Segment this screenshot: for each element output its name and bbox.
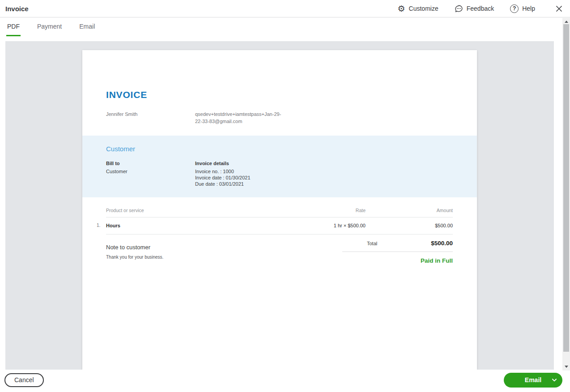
scrollbar-thumb[interactable] bbox=[563, 24, 569, 352]
note-to-customer-text: Thank you for your business. bbox=[106, 255, 342, 260]
invoice-number-line: Invoice no. : 1000 bbox=[195, 168, 251, 175]
vertical-scrollbar[interactable] bbox=[562, 18, 570, 371]
gear-icon: ⚙ bbox=[398, 4, 405, 13]
note-to-customer-label: Note to customer bbox=[106, 244, 342, 251]
tab-pdf[interactable]: PDF bbox=[6, 23, 21, 36]
email-button[interactable]: Email bbox=[504, 373, 562, 388]
invoice-modal: Invoice ⚙ Customize Feedback ? bbox=[0, 0, 570, 392]
customer-section: Customer Bill to Customer Invoice detail… bbox=[82, 136, 477, 197]
table-row: 1. Hours 1 hr × $500.00 $500.00 bbox=[106, 217, 453, 234]
modal-header: Invoice ⚙ Customize Feedback ? bbox=[0, 0, 570, 17]
bill-to-block: Bill to Customer bbox=[106, 161, 195, 187]
sender-email: qsedev+testdrive+iamtestpass+Jan-29-22-3… bbox=[195, 111, 283, 125]
customer-columns: Bill to Customer Invoice details Invoice… bbox=[106, 161, 453, 187]
tab-payment[interactable]: Payment bbox=[36, 23, 63, 36]
total-label: Total bbox=[367, 241, 377, 246]
row-product: Hours bbox=[106, 223, 285, 228]
invoice-details-heading: Invoice details bbox=[195, 161, 251, 166]
cancel-button[interactable]: Cancel bbox=[4, 373, 44, 387]
customize-label: Customize bbox=[409, 5, 438, 12]
note-block: Note to customer Thank you for your busi… bbox=[106, 240, 342, 264]
help-label: Help bbox=[522, 5, 535, 12]
scrollbar-down-button[interactable] bbox=[562, 363, 570, 371]
total-block: Total $500.00 Paid in Full bbox=[342, 240, 453, 264]
invoice-date-line: Invoice date : 01/30/2021 bbox=[195, 175, 251, 181]
row-number: 1. bbox=[97, 223, 100, 228]
help-button[interactable]: ? Help bbox=[510, 4, 535, 13]
column-rate: Rate bbox=[285, 208, 366, 213]
email-button-label: Email bbox=[525, 376, 541, 383]
header-actions: ⚙ Customize Feedback ? Help bbox=[398, 4, 564, 13]
chevron-down-icon[interactable] bbox=[551, 377, 557, 384]
feedback-bubble-icon bbox=[455, 4, 463, 13]
close-icon bbox=[556, 5, 562, 12]
pdf-preview-backdrop: INVOICE Jennifer Smith qsedev+testdrive+… bbox=[5, 41, 554, 370]
feedback-button[interactable]: Feedback bbox=[455, 4, 494, 13]
invoice-doc-title: INVOICE bbox=[106, 89, 453, 100]
help-icon: ? bbox=[510, 4, 519, 13]
bill-to-label: Bill to bbox=[106, 161, 195, 166]
column-product-or-service: Product or service bbox=[106, 208, 285, 213]
invoice-document: INVOICE Jennifer Smith qsedev+testdrive+… bbox=[82, 50, 477, 370]
table-header-row: Product or service Rate Amount bbox=[106, 208, 453, 217]
totals-region: Note to customer Thank you for your busi… bbox=[106, 240, 453, 264]
total-value: $500.00 bbox=[431, 240, 453, 247]
customize-button[interactable]: ⚙ Customize bbox=[398, 4, 438, 13]
sender-block: Jennifer Smith qsedev+testdrive+iamtestp… bbox=[106, 111, 453, 125]
feedback-label: Feedback bbox=[467, 5, 494, 12]
pdf-preview-area: INVOICE Jennifer Smith qsedev+testdrive+… bbox=[0, 41, 570, 370]
line-items-table: Product or service Rate Amount 1. Hours … bbox=[106, 208, 453, 234]
sender-name: Jennifer Smith bbox=[106, 111, 195, 125]
scroll-down-icon bbox=[565, 366, 568, 368]
page-title: Invoice bbox=[5, 5, 29, 13]
row-rate: 1 hr × $500.00 bbox=[285, 223, 366, 228]
preview-tabs: PDF Payment Email bbox=[0, 17, 570, 41]
column-amount: Amount bbox=[366, 208, 453, 213]
tab-email[interactable]: Email bbox=[78, 23, 96, 36]
modal-footer: Cancel Email bbox=[0, 370, 570, 392]
total-row: Total $500.00 bbox=[342, 240, 453, 247]
total-divider bbox=[342, 251, 453, 252]
close-button[interactable] bbox=[554, 4, 564, 13]
customer-section-heading: Customer bbox=[106, 145, 453, 153]
due-date-line: Due date : 03/01/2021 bbox=[195, 181, 251, 187]
paid-status-badge: Paid in Full bbox=[342, 257, 453, 264]
row-amount: $500.00 bbox=[366, 223, 453, 228]
bill-to-value: Customer bbox=[106, 168, 195, 175]
invoice-details-block: Invoice details Invoice no. : 1000 Invoi… bbox=[195, 161, 251, 187]
scroll-up-icon bbox=[565, 21, 568, 23]
